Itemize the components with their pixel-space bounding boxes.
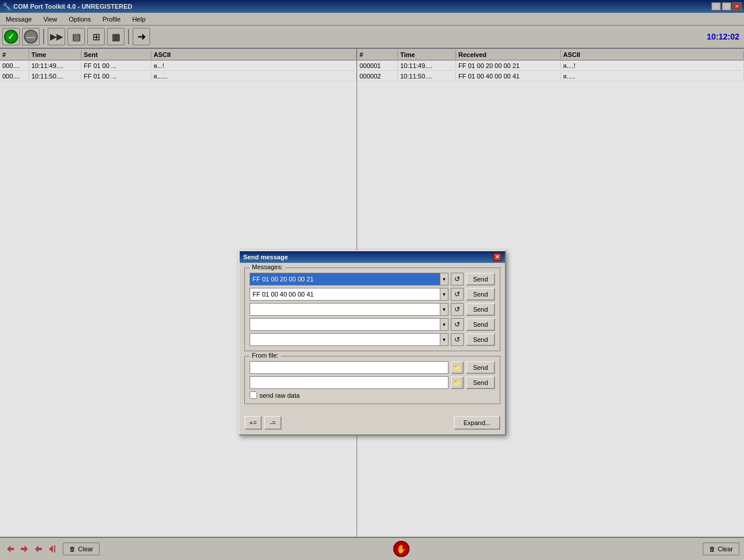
send-button-4[interactable]: Send [466, 318, 495, 331]
file-input-1[interactable] [250, 361, 448, 374]
dialog-title-text: Send message [243, 254, 288, 261]
msg-refresh-3[interactable]: ↺ [451, 303, 464, 316]
message-input-4[interactable] [250, 319, 440, 330]
send-button-3[interactable]: Send [466, 303, 495, 316]
message-row-3: ▼ ↺ Send [250, 303, 495, 316]
message-row-5: ▼ ↺ Send [250, 333, 495, 346]
file-browse-1[interactable]: 📁 [451, 361, 464, 374]
remove-row-button[interactable]: -= [264, 416, 282, 430]
msg-dropdown-2[interactable]: ▼ [440, 288, 448, 300]
expand-button[interactable]: Expand... [454, 416, 500, 430]
from-file-label: From file: [250, 352, 281, 359]
file-row-2: 📁 Send [250, 376, 495, 389]
send-button-5[interactable]: Send [466, 333, 495, 346]
dialog-title-bar: Send message ✕ [240, 251, 505, 263]
message-input-2[interactable] [250, 288, 440, 300]
msg-input-wrap-4: ▼ [250, 318, 448, 331]
messages-group-label: Messages: [250, 263, 285, 270]
msg-refresh-2[interactable]: ↺ [451, 288, 464, 301]
message-input-3[interactable] [250, 304, 440, 315]
msg-dropdown-1[interactable]: ▼ [440, 273, 448, 285]
send-button-1[interactable]: Send [466, 273, 495, 286]
message-row-2: ▼ ↺ Send [250, 288, 495, 301]
dialog-close-button[interactable]: ✕ [493, 253, 501, 261]
dialog-footer: += -= Expand... [240, 413, 505, 434]
file-send-button-1[interactable]: Send [466, 361, 495, 374]
send-raw-label: send raw data [259, 392, 300, 399]
message-input-1[interactable] [250, 273, 440, 285]
msg-input-wrap-5: ▼ [250, 333, 448, 346]
dialog-body: Messages: ▼ ↺ Send ▼ ↺ Send [240, 263, 505, 413]
message-row-4: ▼ ↺ Send [250, 318, 495, 331]
file-input-2[interactable] [250, 376, 448, 389]
msg-dropdown-3[interactable]: ▼ [440, 304, 448, 315]
msg-dropdown-5[interactable]: ▼ [440, 334, 448, 345]
file-row-1: 📁 Send [250, 361, 495, 374]
send-message-dialog: Send message ✕ Messages: ▼ ↺ Send ▼ [238, 250, 506, 436]
msg-input-wrap-2: ▼ [250, 288, 448, 301]
msg-input-wrap-3: ▼ [250, 303, 448, 316]
msg-refresh-5[interactable]: ↺ [451, 333, 464, 346]
message-input-5[interactable] [250, 334, 440, 345]
file-browse-2[interactable]: 📁 [451, 376, 464, 389]
footer-left: += -= [244, 416, 282, 430]
msg-dropdown-4[interactable]: ▼ [440, 319, 448, 330]
msg-refresh-4[interactable]: ↺ [451, 318, 464, 331]
messages-group: Messages: ▼ ↺ Send ▼ ↺ Send [244, 267, 500, 351]
msg-refresh-1[interactable]: ↺ [451, 273, 464, 286]
message-row-1: ▼ ↺ Send [250, 273, 495, 286]
add-row-button[interactable]: += [244, 416, 262, 430]
from-file-group: From file: 📁 Send 📁 Send send raw data [244, 356, 500, 404]
file-send-button-2[interactable]: Send [466, 376, 495, 389]
send-button-2[interactable]: Send [466, 288, 495, 301]
send-raw-row: send raw data [250, 391, 495, 399]
msg-input-wrap-1: ▼ [250, 273, 448, 286]
send-raw-checkbox[interactable] [250, 391, 257, 399]
